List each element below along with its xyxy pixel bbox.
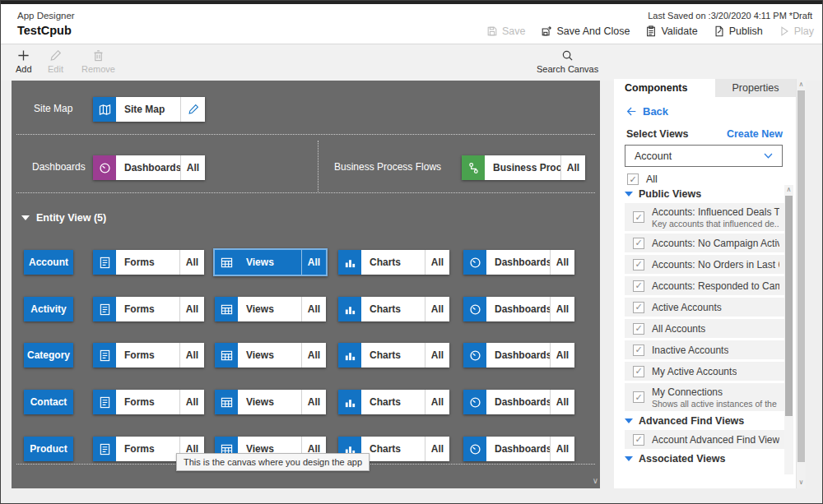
tile-all-badge[interactable]: All [550, 250, 574, 275]
tile-account-views[interactable]: ViewsAll [213, 248, 328, 276]
list-scrollbar-thumb[interactable] [785, 196, 793, 416]
view-item-title: Active Accounts [652, 302, 722, 313]
view-list-item[interactable]: Active Accounts [625, 298, 784, 317]
bpf-all-badge[interactable]: All [560, 155, 585, 180]
view-item-text: Accounts: Influenced Deals Tha...Key acc… [652, 206, 779, 229]
tile-all-badge[interactable]: All [425, 297, 449, 321]
tile-account-forms[interactable]: FormsAll [93, 250, 204, 275]
bpf-tile[interactable]: Business Proces... All [462, 155, 585, 180]
entity-button-contact[interactable]: Contact [24, 390, 73, 414]
site-map-tile[interactable]: Site Map [93, 97, 205, 122]
view-checkbox[interactable] [633, 391, 644, 403]
view-list-item[interactable]: My ConnectionsShows all active instances… [625, 383, 784, 411]
entity-button-account[interactable]: Account [24, 250, 73, 275]
scroll-up-icon[interactable]: ∧ [797, 80, 806, 90]
view-list-item[interactable]: Inactive Accounts [625, 340, 784, 359]
tile-contact-forms[interactable]: FormsAll [93, 390, 204, 414]
view-checkbox[interactable] [633, 211, 644, 223]
tile-activity-views[interactable]: ViewsAll [215, 297, 326, 321]
section-header-public-views[interactable]: Public Views [625, 187, 784, 201]
tile-all-badge[interactable]: All [550, 297, 574, 321]
back-button[interactable]: Back [626, 105, 668, 118]
search-icon [561, 49, 574, 62]
tile-all-badge[interactable]: All [425, 437, 449, 461]
view-checkbox[interactable] [633, 323, 644, 335]
select-all-row[interactable]: All [627, 173, 658, 185]
dashboards-tile[interactable]: Dashboards All [93, 155, 205, 180]
button-label: Play [794, 25, 814, 37]
chevron-down-icon[interactable]: ∨ [593, 476, 598, 485]
section-header-advanced-find-views[interactable]: Advanced Find Views [625, 414, 784, 428]
view-list-item[interactable]: Account Advanced Find View [625, 430, 784, 449]
tile-activity-charts[interactable]: ChartsAll [338, 297, 449, 321]
create-new-link[interactable]: Create New [727, 128, 783, 140]
view-list-item[interactable]: My Active Accounts [625, 362, 784, 381]
tile-category-forms[interactable]: FormsAll [93, 343, 204, 368]
tile-all-badge[interactable]: All [179, 297, 204, 321]
tile-contact-charts[interactable]: ChartsAll [338, 390, 449, 414]
tile-category-views[interactable]: ViewsAll [215, 343, 326, 368]
list-scrollbar[interactable]: ∧ [784, 185, 793, 474]
edit-site-map-button[interactable] [180, 97, 205, 122]
tile-all-badge[interactable]: All [301, 250, 326, 275]
entity-button-product[interactable]: Product [24, 437, 73, 461]
scroll-up-icon[interactable]: ∧ [784, 185, 793, 195]
validate-button[interactable]: Validate [645, 25, 697, 37]
scroll-down-icon[interactable]: ∨ [797, 478, 806, 488]
save-and-close-button[interactable]: Save And Close [541, 25, 630, 37]
add-button[interactable]: Add [16, 49, 32, 74]
view-checkbox[interactable] [633, 344, 644, 356]
view-checkbox[interactable] [633, 238, 644, 249]
view-list-item[interactable]: All Accounts [625, 319, 784, 338]
section-header-associated-views[interactable]: Associated Views [625, 451, 784, 466]
tile-all-badge[interactable]: All [425, 250, 449, 275]
tile-account-charts[interactable]: ChartsAll [338, 250, 449, 275]
tile-activity-forms[interactable]: FormsAll [93, 297, 204, 321]
tile-all-badge[interactable]: All [550, 343, 574, 368]
select-all-checkbox[interactable] [627, 173, 639, 185]
view-list-item[interactable]: Accounts: No Orders in Last 6 ... [625, 255, 784, 274]
view-checkbox[interactable] [633, 259, 644, 270]
forms-icon [93, 343, 116, 368]
view-list-item[interactable]: Accounts: No Campaign Activiti... [625, 234, 784, 252]
view-list-item[interactable]: Accounts: Influenced Deals Tha...Key acc… [625, 203, 784, 231]
tile-all-badge[interactable]: All [550, 390, 574, 414]
search-canvas-button[interactable]: Search Canvas [537, 49, 598, 74]
tile-category-charts[interactable]: ChartsAll [338, 343, 449, 368]
tile-account-dashboards[interactable]: DashboardsAll [463, 250, 574, 275]
tile-all-badge[interactable]: All [301, 390, 326, 414]
tile-all-badge[interactable]: All [179, 343, 204, 368]
entity-dropdown[interactable]: Account [625, 145, 783, 167]
tile-activity-dashboards[interactable]: DashboardsAll [463, 297, 574, 321]
view-checkbox[interactable] [633, 366, 644, 377]
view-item-text: All Accounts [652, 323, 705, 335]
panel-scrollbar[interactable]: ∧ ∨ [796, 79, 806, 488]
view-checkbox[interactable] [633, 280, 644, 292]
tile-all-badge[interactable]: All [179, 390, 204, 414]
view-checkbox[interactable] [633, 434, 644, 446]
tile-all-badge[interactable]: All [301, 343, 326, 368]
tile-all-badge[interactable]: All [550, 437, 574, 461]
tile-contact-views[interactable]: ViewsAll [215, 390, 326, 414]
view-item-title: My Active Accounts [652, 366, 737, 377]
tile-category-dashboards[interactable]: DashboardsAll [463, 343, 574, 368]
panel-scrollbar-thumb[interactable] [797, 90, 805, 462]
tile-all-badge[interactable]: All [301, 297, 326, 321]
tile-all-badge[interactable]: All [425, 343, 449, 368]
view-checkbox[interactable] [633, 302, 644, 313]
view-list-item[interactable]: Accounts: Responded to Campa... [625, 276, 784, 295]
dashboards-all-badge[interactable]: All [180, 155, 205, 180]
tile-product-dashboards[interactable]: DashboardsAll [463, 437, 574, 461]
tile-all-badge[interactable]: All [179, 250, 204, 275]
entity-view-title: Entity View (5) [36, 212, 106, 224]
publish-button[interactable]: Publish [714, 25, 763, 37]
entity-view-header[interactable]: Entity View (5) [21, 212, 106, 224]
back-label: Back [643, 105, 668, 118]
tile-contact-dashboards[interactable]: DashboardsAll [463, 390, 574, 414]
entity-button-category[interactable]: Category [24, 343, 73, 368]
entity-button-activity[interactable]: Activity [24, 297, 73, 321]
tab-components[interactable]: Components [614, 79, 715, 97]
design-canvas[interactable]: Site Map Site Map Dashboards Dashboards … [12, 81, 600, 488]
tab-properties[interactable]: Properties [715, 79, 796, 97]
tile-all-badge[interactable]: All [425, 390, 449, 414]
